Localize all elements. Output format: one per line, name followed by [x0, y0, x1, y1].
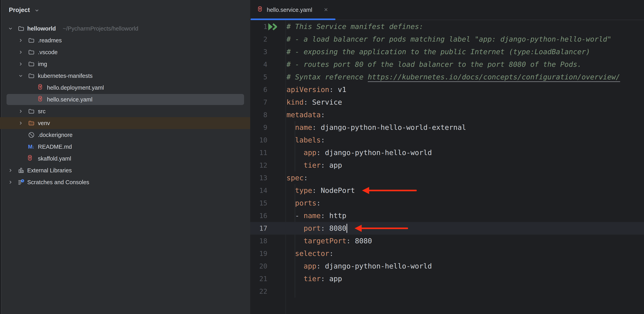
line-number: 11 [250, 146, 267, 159]
tree-item-src[interactable]: src [2, 105, 250, 117]
code-line-1[interactable]: 1# This Service manifest defines: [250, 20, 644, 33]
tree-item-hello-service-yaml[interactable]: Yhello.service.yaml [2, 94, 250, 105]
external-libraries-icon [18, 167, 24, 174]
code-line-18[interactable]: 18 targetPort: 8080 [250, 235, 644, 247]
tree-item-label: skaffold.yaml [38, 153, 71, 164]
code-line-4[interactable]: 4# - routes port 80 of the load balancer… [250, 58, 644, 71]
code-line-text: ports: [286, 197, 320, 209]
code-line-15[interactable]: 15 ports: [250, 197, 644, 209]
tree-item-label: src [38, 105, 46, 117]
tree-item-skaffold-yaml[interactable]: Yskaffold.yaml [2, 153, 250, 164]
code-line-17[interactable]: 17 port: 8080 [250, 222, 644, 235]
active-tab-indicator [250, 18, 336, 20]
code-line-text: apiVersion: v1 [286, 83, 346, 96]
code-line-5[interactable]: 5# Syntax reference https://kubernetes.i… [250, 71, 644, 83]
chevron-down-icon[interactable] [18, 73, 23, 78]
code-line-20[interactable]: 20 app: django-python-hello-world [250, 260, 644, 272]
line-number: 17 [250, 222, 267, 235]
code-line-3[interactable]: 3# - exposing the application to the pub… [250, 45, 644, 58]
project-tool-window: Project helloworld ~/PycharmProjects/hel… [2, 0, 250, 314]
tree-item-label: hello.service.yaml [47, 94, 92, 105]
line-number: 19 [250, 247, 267, 260]
code-line-22[interactable]: 22 [250, 285, 644, 298]
tree-item--dockerignore[interactable]: .dockerignore [2, 129, 250, 141]
code-line-6[interactable]: 6apiVersion: v1 [250, 83, 644, 96]
code-line-text: tier: app [286, 272, 342, 285]
tree-item-readme-md[interactable]: M↓README.md [2, 141, 250, 153]
tree-item-helloworld[interactable]: helloworld ~/PycharmProjects/helloworld [2, 23, 250, 34]
tree-item-label: README.md [38, 141, 72, 153]
code-line-text: port: 8080 [286, 222, 346, 235]
code-line-text: # - a load balancer for pods matching la… [286, 33, 612, 45]
red-arrow-pointing-at-port [354, 225, 408, 232]
line-number: 7 [250, 96, 267, 109]
line-number: 22 [250, 285, 267, 298]
chevron-right-icon[interactable] [8, 180, 13, 185]
code-line-text: metadata: [286, 109, 325, 121]
code-line-text: tier: app [286, 159, 342, 171]
tree-item-external-libraries[interactable]: External Libraries [2, 164, 250, 176]
code-line-14[interactable]: 14 type: NodePort [250, 184, 644, 197]
tree-item-hello-deployment-yaml[interactable]: Yhello.deployment.yaml [2, 82, 250, 94]
code-line-text: kind: Service [286, 96, 342, 109]
chevron-right-icon[interactable] [18, 61, 23, 67]
code-line-text: name: django-python-hello-world-external [286, 121, 466, 134]
folder-icon [28, 72, 35, 79]
code-line-13[interactable]: 13spec: [250, 171, 644, 184]
chevron-down-icon[interactable] [8, 26, 13, 31]
chevron-right-icon[interactable] [18, 109, 23, 114]
code-line-12[interactable]: 12 tier: app [250, 159, 644, 171]
tree-item-venv[interactable]: venv [2, 117, 250, 129]
project-path-label: ~/PycharmProjects/helloworld [61, 23, 138, 34]
tree-item-label: venv [38, 117, 50, 129]
code-line-text: spec: [286, 171, 308, 184]
line-number: 4 [250, 58, 267, 71]
folder-icon [28, 108, 35, 115]
tree-item-label: .dockerignore [38, 129, 72, 141]
chevron-right-icon[interactable] [18, 50, 23, 55]
code-line-text: app: django-python-hello-world [286, 146, 432, 159]
text-cursor [346, 224, 347, 233]
tree-item--vscode[interactable]: .vscode [2, 46, 250, 58]
code-line-8[interactable]: 8metadata: [250, 109, 644, 121]
folder-icon [18, 25, 24, 32]
chevron-right-icon[interactable] [18, 38, 23, 43]
yaml-file-icon: Y [38, 84, 45, 91]
line-number: 10 [250, 134, 267, 146]
tree-item-scratches-and-consoles[interactable]: Scratches and Consoles [2, 176, 250, 188]
code-line-19[interactable]: 19 selector: [250, 247, 644, 260]
code-line-16[interactable]: 16 - name: http [250, 209, 644, 222]
tree-item-label: img [38, 58, 47, 70]
close-icon[interactable]: × [324, 0, 328, 20]
folder-icon [28, 49, 35, 56]
code-line-11[interactable]: 11 app: django-python-hello-world [250, 146, 644, 159]
run-icon[interactable] [268, 23, 277, 32]
tree-item-label: helloworld [27, 23, 56, 34]
chevron-right-icon[interactable] [8, 168, 13, 173]
tree-item-label: hello.deployment.yaml [47, 82, 104, 94]
line-number: 21 [250, 272, 267, 285]
code-line-7[interactable]: 7kind: Service [250, 96, 644, 109]
code-line-text: selector: [286, 247, 334, 260]
code-line-21[interactable]: 21 tier: app [250, 272, 644, 285]
code-line-10[interactable]: 10 labels: [250, 134, 644, 146]
line-number: 18 [250, 235, 267, 247]
code-line-text: app: django-python-hello-world [286, 260, 432, 272]
folder-icon [28, 120, 35, 127]
tree-item-img[interactable]: img [2, 58, 250, 70]
code-line-2[interactable]: 2# - a load balancer for pods matching l… [250, 33, 644, 45]
code-line-text: labels: [286, 134, 325, 146]
code-line-text: targetPort: 8080 [286, 235, 372, 247]
chevron-right-icon[interactable] [18, 121, 23, 126]
tree-item--readmes[interactable]: .readmes [2, 34, 250, 46]
yaml-file-icon: Y [38, 96, 45, 103]
line-number: 20 [250, 260, 267, 272]
code-line-9[interactable]: 9 name: django-python-hello-world-extern… [250, 121, 644, 134]
folder-icon [28, 61, 35, 67]
editor-area: Y hello.service.yaml × 1# This Service m… [250, 0, 644, 314]
tree-item-label: .readmes [38, 34, 62, 46]
ide-window: Project helloworld ~/PycharmProjects/hel… [0, 0, 644, 314]
code-line-text: # - exposing the application to the publ… [286, 45, 590, 58]
code-line-text: # This Service manifest defines: [286, 20, 424, 33]
tree-item-kubernetes-manifests[interactable]: kubernetes-manifests [2, 70, 250, 82]
